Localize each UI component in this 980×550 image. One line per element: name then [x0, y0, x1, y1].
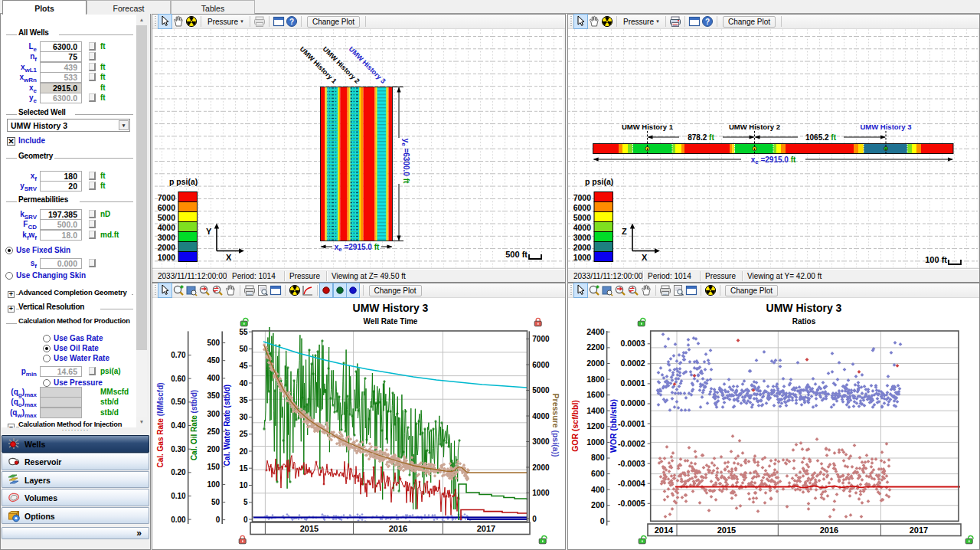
- svg-text:1800: 1800: [586, 375, 605, 384]
- svg-text:400: 400: [207, 374, 220, 382]
- svg-text:?: ?: [705, 18, 710, 26]
- svg-text:3000: 3000: [573, 233, 592, 242]
- svg-text:Pressure (psi(a)): Pressure (psi(a)): [551, 394, 560, 457]
- svg-text:2000: 2000: [573, 243, 592, 252]
- svg-text:2015: 2015: [717, 525, 736, 535]
- svg-text:4000: 4000: [158, 223, 176, 232]
- svg-text:0.70: 0.70: [171, 351, 186, 359]
- svg-text:-0.0004: -0.0004: [618, 479, 645, 488]
- svg-text:5000: 5000: [573, 213, 592, 222]
- svg-text:100: 100: [207, 480, 220, 489]
- svg-text:2017: 2017: [910, 525, 928, 535]
- svg-text:2014: 2014: [655, 525, 674, 535]
- svg-text:0.00: 0.00: [171, 516, 186, 524]
- svg-text:1000: 1000: [573, 253, 592, 262]
- svg-text:GOR (scf/bbl): GOR (scf/bbl): [570, 400, 580, 452]
- svg-text:55: 55: [239, 328, 248, 336]
- svg-text:1000: 1000: [158, 253, 176, 262]
- svg-text:25: 25: [239, 430, 248, 438]
- svg-text:1200: 1200: [586, 421, 605, 431]
- svg-text:-0.0001: -0.0001: [618, 419, 645, 428]
- svg-text:450: 450: [207, 356, 220, 365]
- svg-text:1400: 1400: [586, 406, 605, 415]
- svg-text:7000: 7000: [532, 335, 550, 343]
- svg-text:100 ft: 100 ft: [925, 255, 947, 264]
- svg-text:200: 200: [591, 500, 605, 509]
- svg-text:2400: 2400: [586, 327, 605, 336]
- svg-text:5000: 5000: [158, 213, 176, 222]
- svg-text:0.50: 0.50: [171, 398, 186, 406]
- svg-text:2200: 2200: [586, 342, 605, 352]
- svg-text:10: 10: [239, 481, 248, 489]
- svg-text:45: 45: [239, 362, 248, 370]
- svg-text:2016: 2016: [820, 525, 838, 535]
- svg-text:Y: Y: [206, 227, 212, 236]
- svg-text:0.60: 0.60: [171, 375, 186, 383]
- svg-text:50: 50: [239, 345, 248, 353]
- svg-text:Ratios: Ratios: [792, 317, 816, 326]
- svg-text:2017: 2017: [477, 524, 495, 533]
- svg-text:3000: 3000: [158, 233, 176, 242]
- svg-text:6000: 6000: [532, 361, 550, 369]
- svg-text:35: 35: [239, 396, 248, 404]
- svg-text:5: 5: [243, 498, 248, 506]
- svg-text:-0.0005: -0.0005: [618, 499, 645, 508]
- svg-text:Well Rate Time: Well Rate Time: [364, 317, 418, 326]
- svg-text:p psi(a): p psi(a): [585, 177, 613, 186]
- svg-text:UMW History 3: UMW History 3: [766, 302, 842, 314]
- svg-text:0.0002: 0.0002: [621, 358, 645, 368]
- svg-text:2016: 2016: [389, 524, 407, 533]
- svg-text:150: 150: [207, 463, 220, 471]
- svg-text:7000: 7000: [158, 193, 176, 202]
- svg-text:7000: 7000: [573, 193, 592, 202]
- svg-text:X: X: [226, 253, 232, 262]
- svg-text:0: 0: [600, 516, 605, 525]
- svg-text:0.0000: 0.0000: [621, 398, 645, 408]
- svg-text:1000: 1000: [532, 489, 550, 497]
- svg-text:Cal. Gas Rate (MMscfd): Cal. Gas Rate (MMscfd): [156, 382, 165, 467]
- svg-text:1000: 1000: [586, 437, 605, 447]
- svg-text:Cal. Oil Rate (stb/d): Cal. Oil Rate (stb/d): [190, 390, 198, 460]
- svg-text:400: 400: [591, 485, 605, 494]
- svg-text:WOR (bbl/stb): WOR (bbl/stb): [609, 399, 618, 453]
- svg-text:1600: 1600: [586, 390, 605, 399]
- svg-text:30: 30: [239, 413, 248, 421]
- svg-text:0.20: 0.20: [171, 468, 186, 476]
- svg-text:40: 40: [239, 379, 248, 388]
- svg-text:UMW History 3: UMW History 3: [860, 123, 911, 131]
- svg-text:600: 600: [591, 469, 605, 478]
- svg-text:15: 15: [239, 464, 248, 473]
- svg-text:800: 800: [591, 453, 605, 462]
- svg-text:4000: 4000: [573, 223, 592, 232]
- svg-text:5000: 5000: [532, 386, 550, 394]
- svg-text:0: 0: [532, 515, 537, 523]
- svg-text:?: ?: [289, 18, 294, 26]
- svg-text:0.30: 0.30: [171, 445, 186, 453]
- svg-text:Z: Z: [622, 227, 627, 236]
- svg-text:6000: 6000: [158, 203, 176, 212]
- svg-text:UMW History 1: UMW History 1: [622, 123, 674, 131]
- svg-text:2015: 2015: [300, 524, 318, 533]
- svg-text:2000: 2000: [158, 243, 176, 252]
- svg-text:p psi(a): p psi(a): [169, 177, 198, 186]
- svg-text:500 ft: 500 ft: [505, 250, 528, 259]
- svg-text:6000: 6000: [573, 203, 592, 212]
- svg-text:3000: 3000: [532, 437, 550, 446]
- svg-text:250: 250: [207, 427, 220, 436]
- svg-text:300: 300: [207, 410, 220, 418]
- svg-text:0: 0: [216, 516, 220, 524]
- svg-text:878.2 ft: 878.2 ft: [688, 133, 714, 142]
- svg-text:200: 200: [207, 445, 220, 453]
- svg-text:0: 0: [243, 516, 248, 524]
- svg-text:0.0001: 0.0001: [621, 378, 645, 388]
- svg-text:4000: 4000: [532, 412, 550, 421]
- svg-text:350: 350: [207, 391, 220, 400]
- svg-text:Cal. Water Rate (stb/d): Cal. Water Rate (stb/d): [223, 385, 231, 466]
- svg-text:-0.0002: -0.0002: [618, 439, 645, 448]
- svg-text:0.40: 0.40: [171, 421, 186, 430]
- svg-text:2000: 2000: [532, 463, 550, 472]
- svg-text:20: 20: [239, 447, 248, 456]
- svg-text:0.10: 0.10: [171, 492, 186, 500]
- svg-text:500: 500: [207, 339, 220, 347]
- svg-text:1065.2 ft: 1065.2 ft: [805, 133, 837, 142]
